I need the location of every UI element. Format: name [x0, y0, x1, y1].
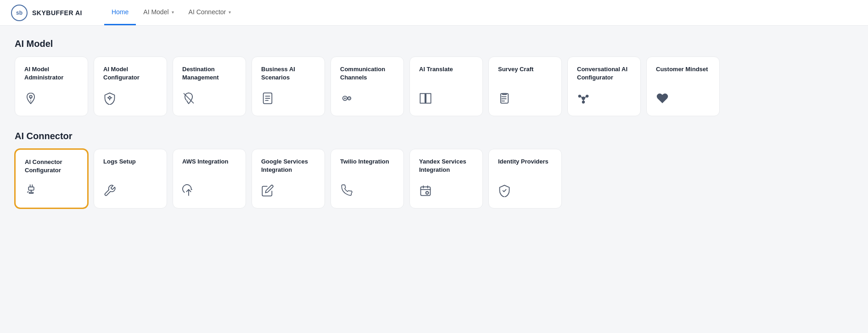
logo-icon: sb	[11, 5, 28, 21]
card-yandex-services-title: Yandex Services Integration	[419, 158, 473, 174]
main-nav: Home AI Model ▾ AI Connector ▾	[104, 0, 238, 25]
list-doc-icon	[261, 92, 315, 107]
card-business-ai[interactable]: Business AI Scenarios	[252, 56, 325, 116]
card-logs-setup[interactable]: Logs Setup	[94, 149, 167, 209]
card-google-services[interactable]: Google Services Integration	[252, 149, 325, 209]
card-identity-providers-title: Identity Providers	[498, 158, 552, 166]
nav-ai-connector-chevron: ▾	[229, 10, 231, 15]
logo-area: sb SKYBUFFER AI	[11, 5, 82, 21]
svg-rect-29	[421, 187, 431, 196]
svg-line-23	[581, 97, 582, 98]
dots-connected-icon	[577, 92, 631, 107]
nav-ai-model[interactable]: AI Model ▾	[136, 0, 181, 25]
card-ai-connector-config[interactable]: AI Connector Configurator	[15, 149, 88, 209]
svg-point-10	[344, 97, 346, 99]
clipboard-list-icon	[498, 92, 552, 107]
card-comm-channels-title: Communication Channels	[340, 65, 394, 82]
card-survey-craft-title: Survey Craft	[498, 65, 552, 73]
card-comm-channels[interactable]: Communication Channels	[330, 56, 404, 116]
pencil-icon	[261, 184, 315, 200]
svg-point-17	[502, 98, 503, 99]
card-ai-model-config-title: AI Model Configurator	[103, 65, 157, 82]
card-customer-mindset[interactable]: Customer Mindset	[646, 56, 720, 116]
card-logs-setup-title: Logs Setup	[103, 158, 157, 166]
ai-connector-section-title: AI Connector	[15, 131, 853, 141]
card-ai-model-admin[interactable]: AI Model Administrator	[15, 56, 88, 116]
svg-point-16	[502, 96, 503, 97]
wrench-icon	[103, 184, 157, 200]
card-yandex-services[interactable]: Yandex Services Integration	[409, 149, 483, 209]
svg-point-9	[347, 97, 351, 100]
card-business-ai-title: Business AI Scenarios	[261, 65, 315, 82]
card-aws-integration[interactable]: AWS Integration	[173, 149, 246, 209]
svg-rect-26	[28, 187, 34, 190]
cloud-icon	[182, 184, 236, 200]
nav-home[interactable]: Home	[104, 0, 136, 25]
card-customer-mindset-title: Customer Mindset	[656, 65, 710, 73]
svg-line-24	[584, 97, 586, 98]
book-open-icon	[419, 92, 473, 107]
ai-connector-cards-grid: AI Connector Configurator Logs Setup AWS…	[15, 149, 853, 209]
main-content: AI Model AI Model Administrator AI Model…	[0, 26, 868, 236]
bubbles-icon	[340, 92, 394, 107]
pin-slash-icon	[182, 92, 236, 107]
card-survey-craft[interactable]: Survey Craft	[488, 56, 562, 116]
shield-cog-icon	[103, 92, 157, 107]
cog-calendar-icon	[419, 184, 473, 200]
card-google-services-title: Google Services Integration	[261, 158, 315, 174]
top-bar: sb SKYBUFFER AI Home AI Model ▾ AI Conne…	[0, 0, 868, 26]
card-aws-integration-title: AWS Integration	[182, 158, 236, 166]
card-ai-connector-config-title: AI Connector Configurator	[25, 158, 78, 175]
card-twilio-integration-title: Twilio Integration	[340, 158, 394, 166]
card-ai-model-admin-title: AI Model Administrator	[24, 65, 78, 82]
card-destination-mgmt-title: Destination Management	[182, 65, 236, 82]
shield-check-icon	[498, 184, 552, 200]
heart-icon	[656, 92, 710, 107]
card-ai-translate-title: AI Translate	[419, 65, 473, 73]
ai-model-cards-grid: AI Model Administrator AI Model Configur…	[15, 56, 853, 116]
nav-ai-connector-label: AI Connector	[189, 8, 226, 16]
card-identity-providers[interactable]: Identity Providers	[488, 149, 562, 209]
card-ai-model-config[interactable]: AI Model Configurator	[94, 56, 167, 116]
pin-icon	[24, 92, 78, 107]
nav-ai-model-chevron: ▾	[172, 10, 174, 15]
logo-text: SKYBUFFER AI	[32, 9, 82, 17]
card-twilio-integration[interactable]: Twilio Integration	[330, 149, 404, 209]
svg-line-27	[28, 191, 28, 192]
phone-icon	[340, 184, 394, 200]
plug-icon	[25, 184, 78, 199]
nav-ai-connector[interactable]: AI Connector ▾	[181, 0, 239, 25]
nav-home-label: Home	[112, 8, 129, 16]
ai-model-section-title: AI Model	[15, 39, 853, 49]
nav-ai-model-label: AI Model	[143, 8, 168, 16]
card-ai-translate[interactable]: AI Translate	[409, 56, 483, 116]
svg-point-18	[502, 101, 503, 102]
card-destination-mgmt[interactable]: Destination Management	[173, 56, 246, 116]
card-conv-ai-config-title: Conversational AI Configurator	[577, 65, 631, 82]
card-conv-ai-config[interactable]: Conversational AI Configurator	[567, 56, 641, 116]
